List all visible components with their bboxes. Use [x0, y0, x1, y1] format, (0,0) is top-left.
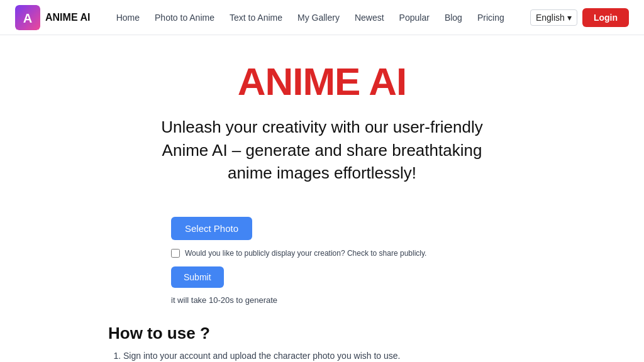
navbar: A ANIME AI Home Photo to Anime Text to A…: [0, 0, 644, 35]
public-display-label: Would you like to publicly display your …: [185, 249, 426, 258]
language-select[interactable]: English ▾: [530, 9, 577, 26]
hero-section: ANIME AI Unleash your creativity with ou…: [0, 35, 644, 217]
how-to-use-title: How to use ?: [108, 324, 536, 343]
hero-subtitle: Unleash your creativity with our user-fr…: [146, 116, 498, 184]
nav-blog[interactable]: Blog: [438, 9, 469, 26]
public-display-checkbox[interactable]: [171, 249, 180, 258]
how-to-use-list: Sign into your account and upload the ch…: [108, 351, 536, 361]
hero-title: ANIME AI: [13, 60, 631, 103]
brand-name: ANIME AI: [45, 12, 90, 23]
nav-right: English ▾ Login: [530, 8, 629, 27]
nav-photo-to-anime[interactable]: Photo to Anime: [148, 9, 221, 26]
nav-text-to-anime[interactable]: Text to Anime: [223, 9, 289, 26]
nav-newest[interactable]: Newest: [348, 9, 391, 26]
language-label: English: [536, 13, 565, 23]
login-button[interactable]: Login: [582, 8, 629, 27]
select-photo-button[interactable]: Select Photo: [171, 217, 252, 240]
chevron-down-icon: ▾: [567, 13, 572, 23]
nav-popular[interactable]: Popular: [393, 9, 436, 26]
nav-links: Home Photo to Anime Text to Anime My Gal…: [110, 9, 511, 26]
how-to-use-section: How to use ? Sign into your account and …: [83, 324, 561, 361]
svg-text:A: A: [23, 11, 32, 25]
submit-button[interactable]: Submit: [171, 266, 224, 288]
brand-logo: A: [15, 5, 40, 30]
generate-note: it will take 10-20s to generate: [171, 295, 277, 305]
public-display-row: Would you like to publicly display your …: [171, 249, 426, 258]
how-step-1: Sign into your account and upload the ch…: [123, 351, 536, 361]
nav-pricing[interactable]: Pricing: [471, 9, 511, 26]
brand: A ANIME AI: [15, 5, 90, 30]
form-area: Select Photo Would you like to publicly …: [158, 217, 486, 305]
nav-home[interactable]: Home: [110, 9, 146, 26]
nav-my-gallery[interactable]: My Gallery: [291, 9, 346, 26]
